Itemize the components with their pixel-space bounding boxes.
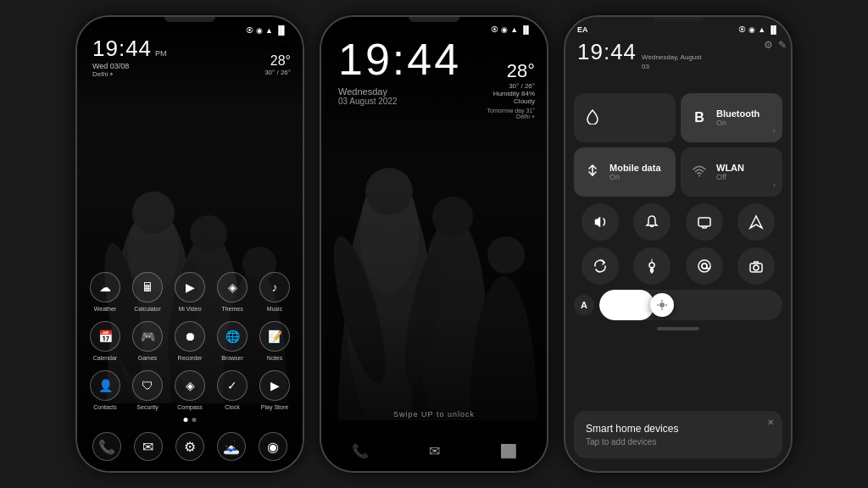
status-bar-phone3: EA ⦿◉▲▐▌ bbox=[577, 25, 779, 34]
dock: 📞 ✉ ⚙ 🗻 ◉ bbox=[86, 432, 294, 461]
dock-gallery[interactable]: 🗻 bbox=[217, 432, 246, 461]
brightness-fill bbox=[599, 290, 654, 320]
brightness-thumb[interactable] bbox=[650, 293, 674, 317]
mobile-data-sub: On bbox=[609, 173, 661, 181]
volume-up-button-2[interactable] bbox=[547, 102, 548, 136]
lock-clock: 19:44 bbox=[338, 37, 461, 81]
app-mi-video[interactable]: ▶Mi Video bbox=[171, 272, 209, 312]
lock-range: 30° / 26° bbox=[487, 82, 536, 90]
brightness-bar[interactable] bbox=[599, 290, 782, 320]
clock-time: 19:44 bbox=[92, 36, 152, 62]
svg-point-25 bbox=[649, 263, 654, 268]
cc-bell-icon[interactable] bbox=[633, 203, 670, 241]
phone-1: ⦿◉▲▐▌ 19:44 PM Wed 03/08 Delhi ⌖ 🌤 28° 3… bbox=[75, 15, 304, 473]
app-recorder[interactable]: ⏺Recorder bbox=[171, 321, 209, 361]
clock-location: Delhi ⌖ bbox=[92, 70, 167, 79]
cc-camera-icon[interactable] bbox=[737, 247, 775, 285]
wlan-sub: Off bbox=[716, 173, 744, 181]
cc-tile-water[interactable] bbox=[574, 93, 676, 142]
app-compass[interactable]: ◈Compass bbox=[171, 370, 209, 410]
volume-down-button[interactable] bbox=[303, 144, 304, 178]
volume-up-button-3[interactable] bbox=[791, 102, 793, 136]
nav-square-icon[interactable]: ⬜ bbox=[500, 443, 517, 459]
volume-down-button-3[interactable] bbox=[791, 144, 793, 178]
cc-clock: 19:44 bbox=[577, 39, 637, 65]
water-icon bbox=[582, 108, 603, 129]
app-calculator[interactable]: 🖩Calculator bbox=[129, 272, 166, 312]
dock-settings[interactable]: ⚙ bbox=[175, 432, 204, 461]
dock-phone[interactable]: 📞 bbox=[92, 432, 121, 461]
lock-humidity: Humidity 84% bbox=[487, 90, 536, 97]
smart-home-subtitle: Tap to add devices bbox=[586, 437, 771, 446]
settings-icon[interactable]: ⚙ bbox=[764, 39, 773, 51]
app-clock[interactable]: ✓Clock bbox=[214, 370, 251, 410]
wlan-icon bbox=[689, 162, 709, 183]
swipe-text: Swipe UP to unlock bbox=[393, 410, 475, 419]
bluetooth-sub: On bbox=[716, 119, 760, 127]
app-calendar[interactable]: 📅Calendar bbox=[86, 321, 124, 361]
wlan-chevron: › bbox=[773, 180, 776, 190]
app-games[interactable]: 🎮Games bbox=[129, 321, 166, 361]
cc-rotation-icon[interactable] bbox=[581, 247, 619, 285]
svg-point-22 bbox=[698, 175, 700, 176]
lock-date2: 03 August 2022 bbox=[338, 97, 461, 106]
cc-location-icon[interactable] bbox=[633, 247, 670, 285]
smart-home-close[interactable]: ✕ bbox=[767, 418, 774, 427]
nav-phone-icon[interactable]: 📞 bbox=[352, 443, 369, 459]
app-music[interactable]: ♪Music bbox=[256, 272, 293, 312]
cc-screen-icon[interactable] bbox=[686, 203, 723, 241]
cc-time-block: 19:44 Wednesday, August 03 ⚙ ✎ bbox=[577, 39, 702, 71]
app-themes[interactable]: ◈Themes bbox=[214, 272, 251, 312]
status-icons: ⦿◉▲▐▌ bbox=[246, 25, 287, 35]
lock-city: Delhi ⌖ bbox=[487, 114, 536, 120]
wlan-label: WLAN bbox=[716, 163, 744, 173]
clock-period: PM bbox=[155, 49, 167, 58]
power-button-3[interactable] bbox=[564, 119, 565, 169]
control-center-grid: B Bluetooth On › Mobile data On bbox=[574, 93, 782, 197]
bottom-nav-phone2: 📞 ✉ ⬜ bbox=[321, 443, 547, 459]
status-bar-phone2: ⦿◉▲▐▌ bbox=[337, 25, 531, 34]
clock-date: Wed 03/08 bbox=[92, 62, 167, 70]
volume-up-button[interactable] bbox=[303, 102, 304, 136]
cc-volume-icon[interactable] bbox=[581, 203, 619, 241]
lock-date1: Wednesday bbox=[338, 86, 461, 97]
edit-icon[interactable]: ✎ bbox=[778, 39, 787, 51]
cc-at-icon[interactable] bbox=[686, 247, 723, 285]
app-contacts[interactable]: 👤Contacts bbox=[86, 370, 124, 410]
app-weather[interactable]: ☁Weather bbox=[86, 272, 124, 312]
volume-down-button-2[interactable] bbox=[547, 144, 548, 178]
app-playstore[interactable]: ▶Play Store bbox=[256, 370, 293, 410]
phone-2: ⦿◉▲▐▌ 19:44 Wednesday 03 August 2022 🌤 2… bbox=[320, 15, 548, 473]
status-icons-3: ⦿◉▲▐▌ bbox=[738, 25, 779, 34]
bluetooth-chevron: › bbox=[773, 126, 776, 136]
lock-time: 19:44 Wednesday 03 August 2022 bbox=[338, 37, 461, 106]
smart-home-title: Smart home devices bbox=[586, 423, 771, 435]
cc-tile-wlan[interactable]: WLAN Off › bbox=[681, 147, 782, 197]
cc-tile-bluetooth-text: Bluetooth On bbox=[716, 108, 760, 127]
lock-tomorrow: Tomorrow day 31° bbox=[487, 108, 536, 114]
cc-tile-bluetooth[interactable]: B Bluetooth On › bbox=[681, 93, 782, 142]
app-browser[interactable]: 🌐Browser bbox=[214, 321, 251, 361]
brightness-control: A bbox=[574, 290, 782, 320]
cc-nav-icon[interactable] bbox=[737, 203, 775, 241]
cc-tile-mobile-data[interactable]: Mobile data On bbox=[574, 147, 676, 197]
apps-row-1: ☁Weather 🖩Calculator ▶Mi Video ◈Themes ♪… bbox=[84, 272, 296, 312]
weather-temp: 28° bbox=[264, 53, 291, 69]
mobile-data-label: Mobile data bbox=[609, 163, 661, 173]
bluetooth-icon: B bbox=[689, 110, 709, 125]
time-widget: 19:44 PM Wed 03/08 Delhi ⌖ bbox=[92, 36, 167, 79]
cc-edit-icons: ⚙ ✎ bbox=[764, 39, 787, 51]
nav-message-icon[interactable]: ✉ bbox=[429, 443, 440, 459]
dock-camera[interactable]: ◉ bbox=[259, 432, 287, 461]
cc-icon-row-1 bbox=[574, 203, 782, 241]
svg-rect-23 bbox=[698, 218, 710, 226]
weather-range: 30° / 26° bbox=[264, 69, 291, 76]
app-security[interactable]: 🛡Security bbox=[129, 370, 166, 410]
lock-cloudy: Cloudy bbox=[487, 97, 536, 105]
smart-home-card[interactable]: ✕ Smart home devices Tap to add devices bbox=[574, 411, 782, 458]
status-icons-2: ⦿◉▲▐▌ bbox=[491, 25, 531, 34]
cc-tile-mobile-text: Mobile data On bbox=[609, 163, 661, 181]
dock-messages[interactable]: ✉ bbox=[134, 432, 163, 461]
cc-icon-row-2 bbox=[574, 247, 782, 285]
app-notes[interactable]: 📝Notes bbox=[256, 321, 293, 361]
